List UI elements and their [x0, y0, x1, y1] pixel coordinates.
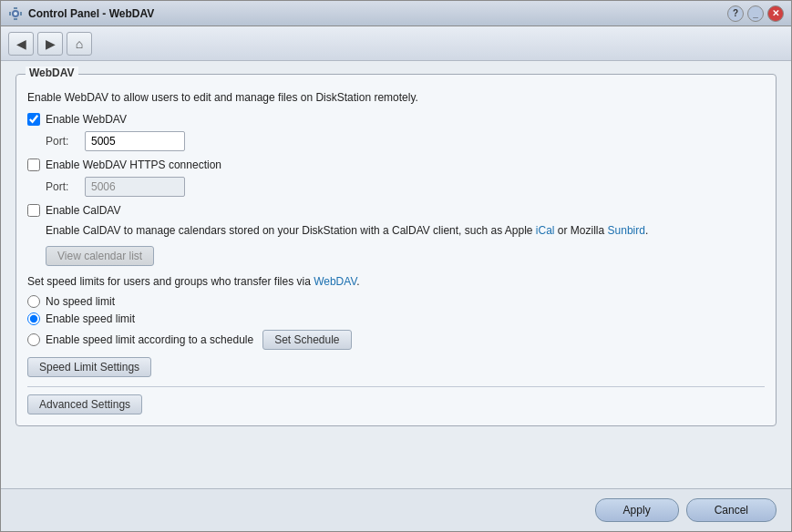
enable-https-label: Enable WebDAV HTTPS connection — [46, 159, 221, 171]
ical-link[interactable]: iCal — [536, 224, 555, 237]
advanced-settings-button[interactable]: Advanced Settings — [27, 394, 142, 414]
speed-desc-part1: Set speed limits for users and groups wh… — [27, 275, 314, 288]
webdav-port-input[interactable] — [85, 131, 185, 151]
webdav-description: Enable WebDAV to allow users to edit and… — [27, 91, 765, 104]
svg-rect-0 — [14, 7, 17, 9]
toolbar: ◀ ▶ ⌂ — [1, 26, 791, 61]
enable-webdav-label: Enable WebDAV — [46, 113, 127, 126]
caldav-desc-part3: . — [645, 224, 648, 237]
speed-desc-part2: . — [356, 275, 359, 288]
enable-speed-limit-label: Enable speed limit — [46, 312, 135, 325]
enable-caldav-label: Enable CalDAV — [46, 204, 121, 217]
https-port-label: Port: — [46, 180, 77, 193]
enable-webdav-row: Enable WebDAV — [27, 113, 765, 126]
caldav-desc-part2: or Mozilla — [555, 224, 608, 237]
window-title: Control Panel - WebDAV — [28, 7, 154, 20]
help-button[interactable]: ? — [727, 5, 744, 22]
svg-point-5 — [14, 12, 17, 15]
svg-rect-3 — [14, 18, 17, 20]
webdav-link[interactable]: WebDAV — [314, 275, 356, 288]
enable-speed-limit-row: Enable speed limit — [27, 312, 765, 325]
webdav-port-label: Port: — [46, 135, 77, 148]
view-calendar-wrapper: View calendar list — [46, 246, 765, 266]
caldav-desc-part1: Enable CalDAV to manage calendars stored… — [46, 224, 536, 237]
https-port-input[interactable] — [85, 177, 185, 197]
view-calendar-button[interactable]: View calendar list — [46, 246, 154, 266]
webdav-panel: WebDAV Enable WebDAV to allow users to e… — [15, 74, 777, 426]
titlebar-buttons: ? _ ✕ — [727, 5, 784, 22]
no-speed-limit-radio[interactable] — [27, 295, 40, 308]
speed-limit-settings-wrapper: Speed Limit Settings — [27, 357, 765, 377]
home-button[interactable]: ⌂ — [67, 32, 92, 56]
titlebar: Control Panel - WebDAV ? _ ✕ — [1, 1, 791, 26]
schedule-speed-limit-radio[interactable] — [27, 333, 40, 346]
enable-https-checkbox[interactable] — [27, 159, 40, 171]
sunbird-link[interactable]: Sunbird — [608, 224, 645, 237]
panel-legend: WebDAV — [26, 66, 78, 79]
close-button[interactable]: ✕ — [767, 5, 784, 22]
webdav-port-row: Port: — [46, 131, 765, 151]
main-content: WebDAV Enable WebDAV to allow users to e… — [1, 61, 791, 488]
enable-webdav-checkbox[interactable] — [27, 113, 40, 126]
enable-https-row: Enable WebDAV HTTPS connection — [27, 159, 765, 171]
speed-limit-settings-button[interactable]: Speed Limit Settings — [27, 357, 151, 377]
schedule-speed-limit-label: Enable speed limit according to a schedu… — [46, 333, 253, 346]
enable-speed-limit-radio[interactable] — [27, 312, 40, 325]
advanced-settings-wrapper: Advanced Settings — [27, 394, 765, 414]
minimize-button[interactable]: _ — [747, 5, 764, 22]
svg-rect-2 — [20, 12, 22, 15]
enable-caldav-row: Enable CalDAV — [27, 204, 765, 217]
apply-button[interactable]: Apply — [595, 498, 679, 522]
svg-rect-1 — [9, 12, 11, 15]
schedule-speed-limit-row: Enable speed limit according to a schedu… — [27, 330, 765, 350]
no-speed-limit-label: No speed limit — [46, 295, 115, 308]
footer: Apply Cancel — [1, 488, 791, 531]
speed-description: Set speed limits for users and groups wh… — [27, 275, 765, 288]
main-window: Control Panel - WebDAV ? _ ✕ ◀ ▶ ⌂ WebDA… — [0, 0, 792, 532]
caldav-description: Enable CalDAV to manage calendars stored… — [46, 222, 765, 239]
cancel-button[interactable]: Cancel — [686, 498, 777, 522]
back-button[interactable]: ◀ — [8, 32, 34, 56]
enable-caldav-checkbox[interactable] — [27, 204, 40, 217]
titlebar-left: Control Panel - WebDAV — [8, 6, 154, 21]
no-speed-limit-row: No speed limit — [27, 295, 765, 308]
forward-button[interactable]: ▶ — [37, 32, 63, 56]
set-schedule-button[interactable]: Set Schedule — [262, 330, 351, 350]
app-icon — [8, 6, 23, 21]
https-port-row: Port: — [46, 177, 765, 197]
